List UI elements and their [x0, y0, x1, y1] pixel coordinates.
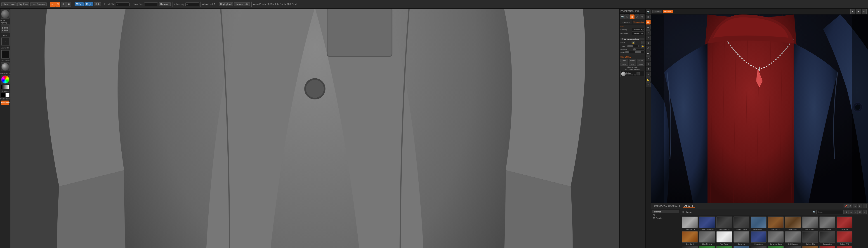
asset-item-2[interactable]: Ballard Cloth	[716, 217, 733, 230]
vert-icon-layer[interactable]: ≡	[646, 30, 651, 35]
prop-icon-fill[interactable]: ▦	[630, 15, 634, 19]
material-btn[interactable]	[1, 62, 10, 71]
assets-all-item[interactable]: All	[652, 213, 679, 217]
dots-btn[interactable]	[1, 24, 10, 33]
asset-item-27[interactable]: demon Hearts	[802, 246, 818, 248]
mat-emis-btn[interactable]: emis	[629, 62, 636, 66]
focal-shift-slider[interactable]: 0	[116, 2, 129, 6]
brush-smooth-icon[interactable]: ⊡	[55, 2, 60, 7]
mat-color-btn[interactable]: color	[620, 59, 628, 62]
lightbox-btn[interactable]: LightBox	[18, 2, 29, 6]
replay-last-btn[interactable]: ReplayLast	[219, 2, 233, 6]
refresh-icon[interactable]: ↺	[863, 210, 867, 214]
vert-icon-render[interactable]: ▶	[646, 51, 651, 56]
scale-lock-btn[interactable]: 🔒	[631, 41, 635, 44]
asset-item-26[interactable]: Carbon Op...	[785, 246, 801, 248]
altmat-btn[interactable]: Altmaterial	[1, 101, 9, 105]
asset-item-12[interactable]: Tep Trans	[716, 231, 733, 245]
assets-favorites-item[interactable]: Favorites	[652, 210, 679, 213]
asset-item-7[interactable]: Jaz Smooth	[802, 217, 818, 230]
swatch-black[interactable]	[1, 93, 5, 97]
vert-icon-snap[interactable]: ⊕	[646, 72, 651, 77]
swatch-white[interactable]	[5, 93, 9, 97]
live-boolean-btn[interactable]: Live Boolean	[30, 2, 46, 6]
asset-item-6[interactable]: Barley Oak	[785, 217, 801, 230]
asset-item-11[interactable]: Clay Neutral	[699, 231, 715, 245]
vert-icon-fill[interactable]: ▦	[646, 20, 651, 24]
asset-item-20[interactable]: Carbon Blo	[682, 246, 698, 248]
vert-icon-magnet[interactable]: ⊙	[646, 82, 651, 87]
replay-last2-btn[interactable]: ReplayLast2	[234, 2, 250, 6]
draw-size-slider[interactable]: 1	[144, 2, 158, 6]
sort-icon[interactable]: ↕	[854, 210, 858, 214]
tab-properties[interactable]: Properties	[620, 20, 632, 24]
viewport-area[interactable]	[10, 9, 619, 248]
brush-selector-btn[interactable]	[1, 9, 10, 19]
vert-icon-mat[interactable]: ◈	[646, 25, 651, 30]
tab-substance-assets[interactable]: SUBSTANCE 3D ASSETS	[652, 204, 682, 208]
assets-search-input[interactable]	[816, 210, 844, 214]
render-pause-icon[interactable]: ⏸	[850, 9, 855, 14]
asset-item-0[interactable]: Glass Matrix	[682, 217, 698, 230]
vert-icon-mesh[interactable]: ⊟	[646, 15, 651, 19]
asset-item-21[interactable]: Elleria Lef...	[699, 246, 715, 248]
material-more-btn[interactable]: ⋮	[637, 72, 640, 76]
scale-reset-btn[interactable]: ↺	[641, 41, 645, 44]
vert-icon-sculpt[interactable]: ⊗	[646, 41, 651, 45]
asset-item-18[interactable]: Cobblesto...	[819, 231, 835, 245]
tiling-slider[interactable]	[627, 45, 639, 47]
vert-icon-particle[interactable]: ✦	[646, 35, 651, 40]
tiling-lock-btn[interactable]: 🔒	[641, 45, 645, 48]
asset-item-9[interactable]: Carpeting	[836, 217, 852, 230]
asset-item-8[interactable]: Tyr Smooth	[819, 217, 835, 230]
vert-icon-settings[interactable]: ⚙	[646, 62, 651, 66]
vert-icon-paint[interactable]: 🖊	[646, 46, 651, 51]
material-right-btn[interactable]: Material	[663, 10, 673, 13]
view-grid-icon[interactable]: ⊞	[844, 210, 848, 214]
asset-item-17[interactable]: Carbon Tile	[802, 231, 818, 245]
dynamic-btn[interactable]: Dynamic	[159, 2, 170, 6]
asset-item-15[interactable]: Concrete Blo...	[768, 231, 784, 245]
rotation-slider[interactable]	[633, 48, 645, 51]
brush-alt2-icon[interactable]: ◧	[66, 2, 71, 7]
asset-item-23[interactable]: Fabric Op...	[733, 246, 749, 248]
mat-height-btn[interactable]: height	[629, 59, 636, 62]
mat-rough-btn[interactable]: rough	[637, 59, 645, 62]
prop-icon-settings[interactable]: ⚙	[640, 15, 645, 19]
render-play-icon[interactable]: ▶	[856, 9, 861, 14]
home-page-btn[interactable]: Home Page	[1, 2, 17, 6]
asset-item-4[interactable]: Boarding B...	[750, 217, 767, 230]
offset-x-slider[interactable]	[625, 51, 635, 53]
mat-emiss-btn[interactable]: emiss	[637, 62, 645, 66]
prop-icon-brush[interactable]: 🖌	[635, 15, 640, 19]
vert-icon-ruler[interactable]: 📐	[646, 77, 651, 82]
material-left-btn[interactable]: Materia	[652, 10, 662, 13]
assets-view-icon[interactable]: ≡	[853, 204, 857, 208]
z-intensity-slider[interactable]: 51	[185, 2, 199, 6]
assets-pin-icon[interactable]: 📌	[844, 204, 848, 208]
asset-item-29[interactable]: Fabric Tric...	[836, 246, 852, 248]
mat-metal-btn[interactable]: metal	[620, 62, 628, 66]
asset-item-14[interactable]: Crystallo...	[750, 231, 767, 245]
asset-item-13[interactable]: Concrete	[733, 231, 749, 245]
brush-alt1-icon[interactable]: ⊞	[61, 2, 66, 7]
tab-uv-projection[interactable]: UV projection	[632, 20, 645, 24]
asset-item-22[interactable]: Elleria Lef...	[716, 246, 733, 248]
sub-btn[interactable]: Sub	[94, 2, 101, 6]
view-list-icon[interactable]: ≡	[849, 210, 853, 214]
gradient-bar[interactable]	[1, 85, 9, 89]
assets-3d-item[interactable]: 3D Assets	[652, 217, 679, 220]
mrgb2-btn[interactable]: Mrgb	[85, 2, 93, 6]
color-picker-btn[interactable]	[1, 75, 10, 84]
render-canvas[interactable]	[651, 15, 868, 203]
brush-draw-icon[interactable]: ✏	[50, 2, 55, 7]
render-settings-icon[interactable]: ⚙	[862, 9, 867, 14]
assets-filter-icon[interactable]: ⊞	[848, 204, 852, 208]
asset-item-1[interactable]: Fabric Synthetic	[699, 217, 715, 230]
tab-assets[interactable]: ASSETS	[683, 204, 694, 208]
assets-download-icon[interactable]: ⬇	[858, 204, 862, 208]
vert-icon-camera[interactable]: 📷	[646, 9, 651, 14]
uv-wrap-dropdown[interactable]: Repeat	[632, 32, 645, 35]
alpha-btn[interactable]: A	[1, 37, 10, 46]
offset-y-slider[interactable]	[635, 51, 645, 53]
